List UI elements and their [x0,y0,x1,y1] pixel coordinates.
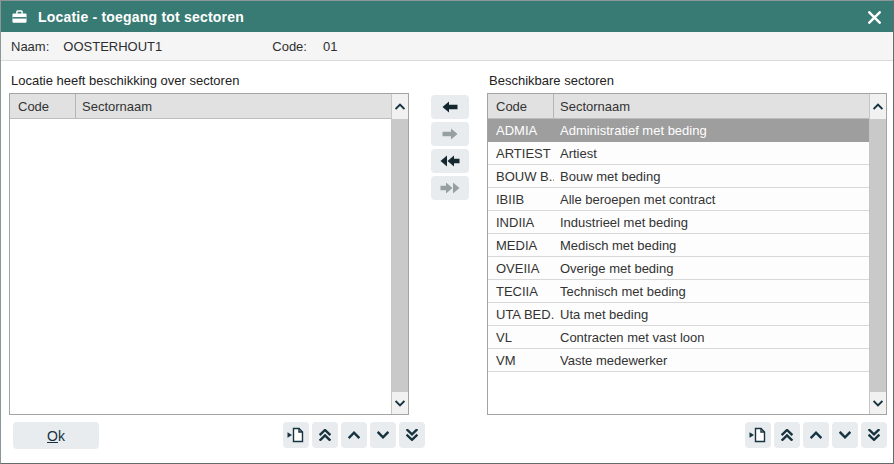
scroll-down-icon[interactable] [392,392,408,414]
table-row[interactable]: TECIIA Technisch met beding [488,280,869,303]
scroll-up-icon[interactable] [870,94,886,118]
first-record-button[interactable] [774,422,800,448]
code-value: 01 [323,39,337,54]
goto-record-icon [287,427,305,443]
next-record-button[interactable] [370,422,396,448]
column-header-code: Code [488,94,554,118]
available-record-nav [745,422,887,448]
double-chevron-down-icon [406,429,418,441]
table-row[interactable]: ARTIEST Artiest [488,142,869,165]
arrow-right-icon [442,128,458,140]
table-row[interactable]: VL Contracten met vast loon [488,326,869,349]
previous-record-button[interactable] [341,422,367,448]
scroll-up-icon[interactable] [392,94,408,118]
chevron-down-icon [839,431,851,439]
chevron-up-icon [348,431,360,439]
column-header-code: Code [10,94,76,118]
right-panel-title: Beschikbare sectoren [489,73,614,88]
assigned-record-nav [283,422,425,448]
first-record-button[interactable] [312,422,338,448]
table-row[interactable]: MEDIA Medisch met beding [488,234,869,257]
previous-record-button[interactable] [803,422,829,448]
table-row[interactable]: OVEIIA Overige met beding [488,257,869,280]
close-icon [868,11,881,24]
assigned-table-header: Code Sectornaam [10,94,408,119]
column-header-sectornaam: Sectornaam [554,94,886,118]
assigned-table-scrollbar[interactable] [391,94,408,414]
info-bar: Naam: OOSTERHOUT1 Code: 01 [1,32,893,61]
last-record-button[interactable] [861,422,887,448]
assigned-sectors-table: Code Sectornaam [9,93,409,415]
ok-button[interactable]: Ok [13,422,99,449]
available-table-header: Code Sectornaam [488,94,886,119]
move-selected-left-button[interactable] [431,95,469,119]
locatie-toegang-dialog: Locatie - toegang tot sectoren Naam: OOS… [0,0,894,464]
double-arrow-left-icon [440,155,460,167]
chevron-up-icon [810,431,822,439]
move-all-left-button[interactable] [431,149,469,173]
double-chevron-up-icon [781,429,793,441]
table-row[interactable]: INDIIA Industrieel met beding [488,211,869,234]
table-row[interactable]: ADMIA Administratief met beding [488,119,869,142]
move-all-right-button[interactable] [431,176,469,200]
scrollbar-thumb[interactable] [870,119,886,392]
name-value: OOSTERHOUT1 [63,39,162,54]
double-chevron-down-icon [868,429,880,441]
double-chevron-up-icon [319,429,331,441]
available-table-body: ADMIA Administratief met beding ARTIEST … [488,119,869,414]
scroll-down-icon[interactable] [870,392,886,414]
table-row[interactable]: IBIIB Alle beroepen met contract [488,188,869,211]
arrow-left-icon [442,101,458,113]
briefcase-icon [11,9,28,24]
dialog-title: Locatie - toegang tot sectoren [38,9,244,25]
column-header-sectornaam: Sectornaam [76,94,408,118]
scrollbar-thumb[interactable] [392,119,408,392]
goto-record-button[interactable] [283,422,309,448]
table-row[interactable]: UTA BED... Uta met beding [488,303,869,326]
name-label: Naam: [11,39,49,54]
chevron-down-icon [377,431,389,439]
left-panel-title: Locatie heeft beschikking over sectoren [11,73,239,88]
available-sectors-table: Code Sectornaam ADMIA Administratief met… [487,93,887,415]
goto-record-button[interactable] [745,422,771,448]
table-row[interactable]: VM Vaste medewerker [488,349,869,372]
code-label: Code: [272,39,307,54]
double-arrow-right-icon [440,182,460,194]
move-selected-right-button[interactable] [431,122,469,146]
available-table-scrollbar[interactable] [869,94,886,414]
next-record-button[interactable] [832,422,858,448]
table-row[interactable]: BOUW B... Bouw met beding [488,165,869,188]
assigned-table-body [10,119,391,414]
titlebar: Locatie - toegang tot sectoren [1,1,893,32]
close-button[interactable] [861,4,887,30]
last-record-button[interactable] [399,422,425,448]
goto-record-icon [749,427,767,443]
